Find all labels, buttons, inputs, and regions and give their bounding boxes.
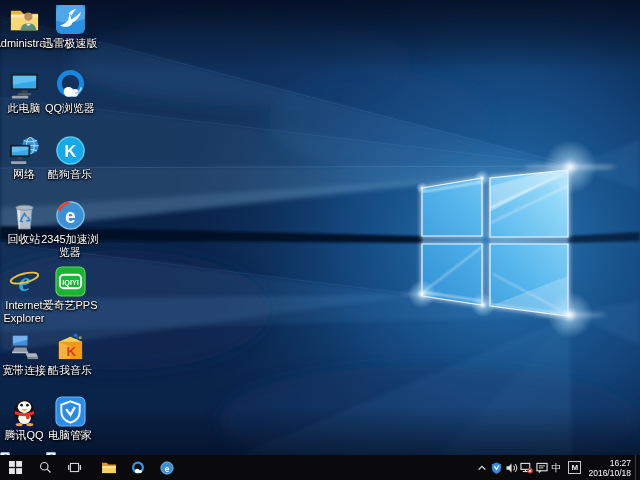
pc-manager-icon [55,396,86,427]
speaker-icon [506,462,518,474]
ime-mode-indicator[interactable]: 中 [549,455,563,480]
action-center-icon [536,462,548,474]
desktop-icon-network[interactable]: 网络 [1,134,47,199]
desktop-icon-internet-explorer[interactable]: e Internet Explorer [1,265,47,330]
pc-manager-tray-button[interactable] [489,455,504,480]
thunder-speed-icon [55,4,86,35]
desktop-icon-administrator[interactable]: Administra... [1,3,47,68]
broadband-connection-icon [9,331,40,362]
desktop-icon-label: 酷狗音乐 [39,168,101,181]
desktop-icon-qq-browser[interactable]: QQ浏览器 [47,68,93,133]
network-status-button[interactable] [519,455,534,480]
ime-language-badge[interactable]: M [568,461,581,474]
network-disconnected-icon [520,462,533,474]
svg-text:e: e [65,205,76,227]
desktop-icon-2345-browser[interactable]: e 2345加速浏览器 [47,199,93,264]
windows-logo-icon [9,461,22,474]
network-icon [9,135,40,166]
clock-date: 2016/10/18 [588,468,631,478]
desktop-icon-label: QQ浏览器 [39,102,101,115]
desktop-icon-thunder-speed[interactable]: 迅雷极速版 [47,3,93,68]
svg-text:K: K [66,344,76,359]
iqiyi-pps-icon: iQIYI [55,266,86,297]
desktop-icon-column-1: Administra... 此电脑 [1,3,47,461]
qq-browser-icon [55,69,86,100]
desktop-icon-label: 2345加速浏览器 [39,233,101,259]
desktop-icon-tencent-qq[interactable]: 腾讯QQ [1,395,47,460]
desktop-icon-label: 酷我音乐 [39,364,101,377]
2345-browser-icon: e [55,200,86,231]
2345-browser-taskbar-button[interactable]: e [152,455,181,480]
taskbar: e [0,455,640,480]
shield-icon [491,462,502,474]
search-button[interactable] [31,455,60,480]
kuwo-music-icon: K [55,331,86,362]
desktop-icon-column-2: 迅雷极速版 QQ浏览器 K [47,3,93,461]
qq-browser-icon [131,461,145,475]
chevron-up-icon [477,463,487,473]
desktop-icon-iqiyi-pps[interactable]: iQIYI 爱奇艺PPS [47,265,93,330]
kugou-music-icon: K [55,135,86,166]
desktop-icon-this-pc[interactable]: 此电脑 [1,68,47,133]
volume-button[interactable] [504,455,519,480]
file-explorer-button[interactable] [94,455,123,480]
internet-explorer-icon: e [9,266,40,297]
desktop-icon-label: 爱奇艺PPS [39,299,101,312]
desktop-icon-label: 迅雷极速版 [39,37,101,50]
system-tray: 中 M 16:27 2016/10/18 [474,455,640,480]
desktop-icon-pc-manager[interactable]: 电脑管家 [47,395,93,460]
this-pc-icon [9,69,40,100]
svg-text:e: e [164,463,169,473]
svg-text:iQIYI: iQIYI [62,278,79,287]
administrator-folder-icon [9,4,40,35]
2345-browser-icon: e [160,461,174,475]
show-desktop-button[interactable] [635,455,640,480]
search-icon [39,461,52,474]
task-view-button[interactable] [60,455,89,480]
action-center-button[interactable] [534,455,549,480]
file-explorer-icon [102,461,116,474]
start-button[interactable] [0,455,31,480]
desktop-icon-label: 电脑管家 [39,429,101,442]
qq-browser-taskbar-button[interactable] [123,455,152,480]
desktop-icon-kuwo-music[interactable]: K 酷我音乐 [47,330,93,395]
clock-time: 16:27 [588,458,631,468]
hidden-icons-button[interactable] [474,455,489,480]
task-view-icon [68,461,81,474]
desktop-icon-kugou-music[interactable]: K 酷狗音乐 [47,134,93,199]
desktop: Administra... 此电脑 [0,0,640,480]
desktop-icon-broadband-connection[interactable]: 宽带连接 [1,330,47,395]
recycle-bin-icon [9,200,40,231]
svg-text:K: K [64,142,76,160]
taskbar-clock[interactable]: 16:27 2016/10/18 [584,458,635,478]
tencent-qq-icon [9,396,40,427]
